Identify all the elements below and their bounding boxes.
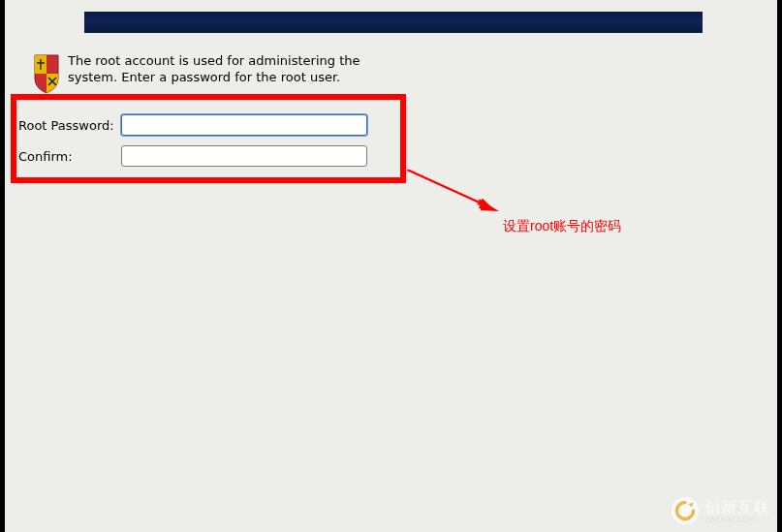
watermark-logo-icon — [672, 497, 699, 524]
annotation-arrow-icon — [407, 170, 514, 218]
svg-marker-6 — [477, 199, 492, 208]
root-password-label: Root Password: — [18, 118, 121, 133]
confirm-password-row: Confirm: — [18, 145, 367, 167]
confirm-password-input[interactable] — [121, 145, 367, 167]
root-password-description: The root account is used for administeri… — [68, 53, 378, 86]
watermark-brand: 创新互联 — [704, 498, 770, 518]
header-banner — [84, 12, 703, 33]
watermark: 创新互联 CDCXHL.COM — [672, 497, 770, 524]
svg-marker-5 — [479, 199, 492, 208]
watermark-text-wrap: 创新互联 CDCXHL.COM — [704, 498, 770, 524]
root-password-input[interactable] — [121, 114, 367, 136]
shield-icon — [31, 53, 62, 94]
annotation-text: 设置root账号的密码 — [503, 218, 621, 235]
confirm-password-label: Confirm: — [18, 149, 121, 164]
svg-marker-7 — [479, 199, 499, 211]
installer-window: The root account is used for administeri… — [5, 0, 777, 532]
password-form: Root Password: Confirm: — [18, 114, 367, 176]
svg-line-4 — [407, 170, 492, 208]
root-password-row: Root Password: — [18, 114, 367, 136]
